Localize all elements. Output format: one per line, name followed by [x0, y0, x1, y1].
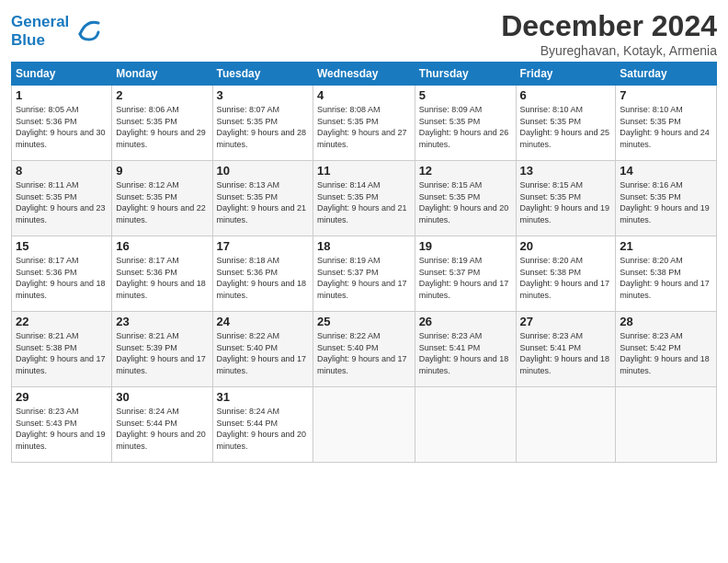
month-title: December 2024	[501, 9, 717, 43]
sunrise-time: 8:19 AM	[350, 256, 381, 265]
sunrise-time: 8:17 AM	[149, 256, 179, 265]
sunset-label: Sunset:	[620, 192, 650, 201]
day-number: 24	[217, 315, 309, 328]
sunset-label: Sunset:	[116, 268, 146, 277]
sunrise-time: 8:09 AM	[451, 105, 482, 114]
daylight-label: Daylight:	[419, 354, 454, 363]
day-info: Sunrise: 8:23 AM Sunset: 5:41 PM Dayligh…	[520, 330, 612, 376]
sunrise-time: 8:17 AM	[49, 256, 79, 265]
day-info: Sunrise: 8:06 AM Sunset: 5:35 PM Dayligh…	[116, 104, 208, 150]
day-number: 1	[16, 88, 108, 102]
day-number: 27	[520, 315, 612, 328]
day-info: Sunrise: 8:23 AM Sunset: 5:41 PM Dayligh…	[419, 330, 512, 376]
sunset-time: 5:35 PM	[347, 192, 379, 201]
calendar-header-saturday: Saturday	[616, 63, 717, 86]
sunset-label: Sunset:	[217, 419, 247, 428]
day-cell	[616, 387, 717, 463]
sunrise-label: Sunrise:	[217, 180, 250, 190]
sunset-time: 5:40 PM	[347, 343, 379, 352]
day-cell: 11 Sunrise: 8:14 AM Sunset: 5:35 PM Dayl…	[313, 161, 415, 236]
calendar-header-monday: Monday	[112, 63, 212, 86]
sunrise-label: Sunrise:	[116, 256, 149, 265]
day-info: Sunrise: 8:07 AM Sunset: 5:35 PM Dayligh…	[217, 104, 309, 150]
sunrise-label: Sunrise:	[317, 105, 350, 114]
day-number: 31	[217, 390, 309, 404]
sunset-time: 5:35 PM	[146, 117, 177, 126]
calendar-table: SundayMondayTuesdayWednesdayThursdayFrid…	[11, 62, 717, 463]
daylight-label: Daylight:	[217, 354, 252, 363]
sunset-label: Sunset:	[16, 192, 46, 201]
sunset-label: Sunset:	[620, 343, 650, 352]
logo-blue: Blue	[11, 31, 69, 50]
sunrise-time: 8:15 AM	[552, 180, 583, 190]
daylight-label: Daylight:	[116, 128, 151, 137]
week-row-5: 29 Sunrise: 8:23 AM Sunset: 5:43 PM Dayl…	[12, 387, 717, 463]
day-cell: 20 Sunrise: 8:20 AM Sunset: 5:38 PM Dayl…	[516, 236, 616, 312]
day-number: 29	[16, 390, 108, 404]
sunrise-label: Sunrise:	[217, 105, 250, 114]
day-cell: 26 Sunrise: 8:23 AM Sunset: 5:41 PM Dayl…	[415, 312, 516, 387]
day-cell: 28 Sunrise: 8:23 AM Sunset: 5:42 PM Dayl…	[616, 312, 717, 387]
daylight-label: Daylight:	[217, 203, 252, 213]
day-info: Sunrise: 8:15 AM Sunset: 5:35 PM Dayligh…	[419, 179, 512, 225]
day-cell: 17 Sunrise: 8:18 AM Sunset: 5:36 PM Dayl…	[212, 236, 313, 312]
week-row-1: 1 Sunrise: 8:05 AM Sunset: 5:36 PM Dayli…	[12, 86, 717, 161]
day-info: Sunrise: 8:17 AM Sunset: 5:36 PM Dayligh…	[116, 255, 208, 301]
day-cell: 4 Sunrise: 8:08 AM Sunset: 5:35 PM Dayli…	[313, 86, 415, 161]
day-cell	[516, 387, 616, 463]
day-info: Sunrise: 8:24 AM Sunset: 5:44 PM Dayligh…	[217, 406, 309, 452]
day-number: 11	[317, 164, 411, 178]
daylight-label: Daylight:	[317, 203, 352, 213]
sunset-time: 5:44 PM	[146, 419, 177, 428]
day-number: 21	[620, 239, 712, 253]
daylight-label: Daylight:	[217, 279, 252, 288]
sunrise-time: 8:18 AM	[249, 256, 279, 265]
daylight-label: Daylight:	[317, 354, 352, 363]
day-cell: 3 Sunrise: 8:07 AM Sunset: 5:35 PM Dayli…	[212, 86, 313, 161]
daylight-label: Daylight:	[620, 354, 654, 363]
day-info: Sunrise: 8:24 AM Sunset: 5:44 PM Dayligh…	[116, 406, 208, 452]
sunset-label: Sunset:	[16, 419, 46, 428]
sunset-time: 5:37 PM	[449, 268, 481, 277]
week-row-4: 22 Sunrise: 8:21 AM Sunset: 5:38 PM Dayl…	[12, 312, 717, 387]
page-container: General Blue December 2024 Byureghavan, …	[0, 0, 728, 470]
day-cell: 5 Sunrise: 8:09 AM Sunset: 5:35 PM Dayli…	[415, 86, 516, 161]
header: General Blue December 2024 Byureghavan, …	[11, 9, 717, 58]
sunrise-label: Sunrise:	[16, 180, 49, 190]
sunrise-time: 8:22 AM	[249, 331, 279, 340]
day-cell	[415, 387, 516, 463]
day-info: Sunrise: 8:18 AM Sunset: 5:36 PM Dayligh…	[217, 255, 309, 301]
day-cell: 22 Sunrise: 8:21 AM Sunset: 5:38 PM Dayl…	[12, 312, 112, 387]
daylight-label: Daylight:	[317, 279, 352, 288]
day-cell: 14 Sunrise: 8:16 AM Sunset: 5:35 PM Dayl…	[616, 161, 717, 236]
day-info: Sunrise: 8:22 AM Sunset: 5:40 PM Dayligh…	[217, 330, 309, 376]
sunset-time: 5:35 PM	[46, 192, 77, 201]
day-number: 3	[217, 88, 309, 102]
day-number: 20	[520, 239, 612, 253]
day-info: Sunrise: 8:19 AM Sunset: 5:37 PM Dayligh…	[317, 255, 411, 301]
sunset-label: Sunset:	[16, 268, 46, 277]
sunrise-time: 8:23 AM	[552, 331, 583, 340]
logo-general: General	[11, 13, 69, 30]
day-number: 15	[16, 239, 108, 253]
day-cell: 29 Sunrise: 8:23 AM Sunset: 5:43 PM Dayl…	[12, 387, 112, 463]
day-number: 9	[116, 164, 208, 178]
daylight-label: Daylight:	[520, 279, 555, 288]
sunrise-time: 8:10 AM	[653, 105, 683, 114]
sunrise-label: Sunrise:	[520, 180, 553, 190]
daylight-label: Daylight:	[520, 128, 555, 137]
calendar-header-friday: Friday	[516, 63, 616, 86]
sunset-label: Sunset:	[520, 192, 551, 201]
calendar-header-thursday: Thursday	[415, 63, 516, 86]
daylight-label: Daylight:	[116, 430, 151, 439]
sunrise-label: Sunrise:	[620, 180, 653, 190]
day-info: Sunrise: 8:13 AM Sunset: 5:35 PM Dayligh…	[217, 179, 309, 225]
day-number: 19	[419, 239, 512, 253]
daylight-label: Daylight:	[520, 203, 555, 213]
day-info: Sunrise: 8:19 AM Sunset: 5:37 PM Dayligh…	[419, 255, 512, 301]
day-cell	[313, 387, 415, 463]
sunrise-label: Sunrise:	[520, 256, 553, 265]
day-cell: 12 Sunrise: 8:15 AM Sunset: 5:35 PM Dayl…	[415, 161, 516, 236]
daylight-label: Daylight:	[620, 128, 654, 137]
sunset-label: Sunset:	[217, 117, 247, 126]
